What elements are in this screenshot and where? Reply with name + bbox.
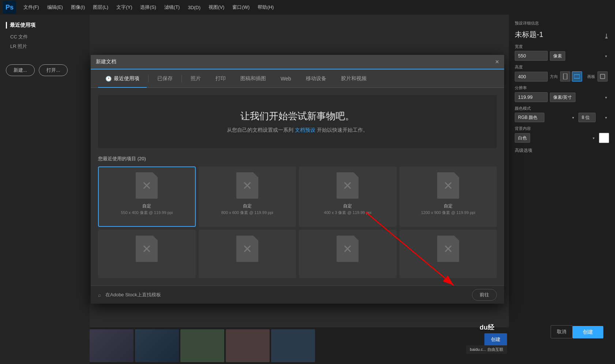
- tab-recent[interactable]: 🕐 最近使用项: [98, 70, 147, 88]
- doc-icon-6: [337, 236, 359, 262]
- tab-photo[interactable]: 照片: [183, 70, 208, 88]
- dialog-search: ⌕ 前往: [91, 285, 504, 304]
- recent-item-icon-2: [333, 171, 362, 200]
- recent-header: 您最近使用的项目 (20): [98, 155, 497, 162]
- workspace: 最近使用项 CC 文件 LR 照片 新建... 打开... 预设详细信息 未标题…: [0, 15, 615, 364]
- bit-depth-wrap: 8 位 16 位 32 位: [578, 113, 609, 122]
- menu-text[interactable]: 文字(Y): [113, 3, 136, 12]
- search-icon: ⌕: [98, 292, 101, 298]
- svg-rect-0: [563, 74, 567, 79]
- menu-edit[interactable]: 编辑(E): [44, 3, 67, 12]
- svg-rect-2: [600, 74, 605, 79]
- create-button[interactable]: 创建: [573, 326, 603, 338]
- recent-item-icon-6: [333, 234, 362, 263]
- canvas-checkbox[interactable]: [597, 71, 608, 82]
- unit-select-wrap: 像素 英寸 厘米: [550, 51, 609, 61]
- thumbnail-1: [135, 329, 179, 362]
- menu-help[interactable]: 帮助(H): [254, 3, 277, 12]
- sidebar-btn-new[interactable]: 新建...: [6, 64, 35, 76]
- unit-select[interactable]: 像素 英寸 厘米: [550, 51, 565, 61]
- recent-item-desc-2: 400 x 3 像素 @ 119.99 ppi: [324, 210, 371, 215]
- right-panel: 预设详细信息 未标题-1 ⤓ 宽度 像素 英寸 厘米 高度 方向: [509, 15, 615, 364]
- recent-item-desc-0: 550 x 400 像素 @ 119.99 ppi: [121, 210, 173, 215]
- menu-view[interactable]: 视图(V): [205, 3, 228, 12]
- recent-item-desc-3: 1200 x 900 像素 @ 119.99 ppi: [421, 210, 475, 215]
- sidebar-link-cc[interactable]: CC 文件: [6, 32, 84, 42]
- tab-recent-label: 最近使用项: [114, 75, 139, 82]
- bg-color-swatch[interactable]: [599, 133, 609, 143]
- svg-rect-1: [574, 75, 580, 78]
- welcome-banner: 让我们开始尝试新事物吧。 从您自己的文档设置或一系列 文档预设 开始以快速开始工…: [98, 95, 497, 148]
- recent-item-6[interactable]: [299, 230, 397, 278]
- doc-icon-2: [337, 172, 359, 199]
- recent-item-icon-3: [434, 171, 463, 200]
- width-row: 像素 英寸 厘米: [515, 51, 609, 61]
- tab-web-label: Web: [281, 76, 291, 82]
- sidebar-btn-open[interactable]: 打开...: [39, 64, 68, 76]
- tab-saved-label: 已保存: [157, 75, 173, 82]
- resolution-unit-select[interactable]: 像素/英寸 像素/厘米: [550, 93, 575, 102]
- menu-3d[interactable]: 3D(D): [184, 3, 204, 12]
- tab-print[interactable]: 打印: [208, 70, 233, 88]
- bit-depth-select[interactable]: 8 位 16 位 32 位: [578, 113, 596, 122]
- menu-select[interactable]: 选择(S): [136, 3, 160, 12]
- menu-image[interactable]: 图像(I): [67, 3, 89, 12]
- bg-select[interactable]: 白色 黑色 透明: [515, 133, 530, 143]
- tab-print-label: 打印: [215, 75, 226, 82]
- advanced-options[interactable]: 高级选项: [515, 147, 609, 154]
- tab-separator-1: [148, 75, 149, 82]
- color-mode-row: RGB 颜色 CMYK 颜色 灰度 8 位 16 位 32 位: [515, 113, 609, 122]
- subtitle-link[interactable]: 文档预设: [295, 127, 315, 133]
- dialog-close-button[interactable]: ×: [495, 59, 499, 65]
- recent-item-desc-1: 800 x 600 像素 @ 119.99 ppi: [221, 210, 273, 215]
- save-icon[interactable]: ⤓: [604, 32, 609, 40]
- doc-icon-1: [236, 172, 258, 199]
- orient-portrait[interactable]: [560, 71, 570, 82]
- recent-item-2[interactable]: 自定 400 x 3 像素 @ 119.99 ppi: [299, 166, 397, 227]
- tab-mobile-label: 移动设备: [306, 75, 326, 82]
- recent-item-1[interactable]: 自定 800 x 600 像素 @ 119.99 ppi: [199, 166, 296, 227]
- menu-file[interactable]: 文件(F): [20, 3, 43, 12]
- recent-item-name-1: 自定: [243, 203, 252, 209]
- orientation-btns: [560, 71, 582, 82]
- doc-icon-7: [437, 236, 459, 262]
- doc-icon-cross-3: [443, 180, 454, 191]
- color-mode-select[interactable]: RGB 颜色 CMYK 颜色 灰度: [515, 113, 544, 122]
- canvas-label: 画板: [587, 74, 595, 79]
- recent-item-icon-0: [132, 171, 161, 200]
- width-label: 宽度: [515, 44, 609, 49]
- tab-saved[interactable]: 已保存: [150, 70, 180, 88]
- doc-icon-cross-2: [342, 180, 353, 191]
- doc-icon-cross-0: [141, 180, 152, 191]
- orient-landscape[interactable]: [572, 71, 582, 82]
- height-input[interactable]: [515, 72, 548, 82]
- recent-item-0[interactable]: 自定 550 x 400 像素 @ 119.99 ppi: [98, 166, 196, 227]
- height-label: 高度: [515, 64, 609, 70]
- doc-icon-3: [437, 172, 459, 199]
- menu-window[interactable]: 窗口(W): [229, 3, 253, 12]
- width-input[interactable]: [515, 51, 548, 61]
- sidebar-section-title: 最近使用项: [6, 22, 84, 29]
- recent-header-text: 您最近使用的项目: [98, 156, 136, 161]
- menu-layer[interactable]: 图层(L): [89, 3, 112, 12]
- tab-film[interactable]: 胶片和视频: [334, 70, 374, 88]
- menu-filter[interactable]: 滤镜(T): [161, 3, 184, 12]
- document-title[interactable]: 未标题-1: [515, 30, 609, 40]
- search-input[interactable]: [105, 292, 468, 297]
- recent-item-4[interactable]: [98, 230, 196, 278]
- sidebar-link-lr[interactable]: LR 照片: [6, 42, 84, 51]
- search-go-button[interactable]: 前往: [472, 289, 497, 301]
- recent-item-7[interactable]: [400, 230, 497, 278]
- cancel-button[interactable]: 取消: [551, 325, 573, 338]
- ps-logo: Ps: [3, 1, 16, 14]
- recent-item-icon-1: [233, 171, 262, 200]
- recent-item-3[interactable]: 自定 1200 x 900 像素 @ 119.99 ppi: [400, 166, 497, 227]
- recent-item-5[interactable]: [199, 230, 296, 278]
- resolution-input[interactable]: [515, 92, 548, 102]
- tab-mobile[interactable]: 移动设备: [299, 70, 334, 88]
- clock-icon: 🕐: [105, 76, 112, 82]
- tab-illustration[interactable]: 图稿和插图: [233, 70, 273, 88]
- thumbnail-3: [226, 329, 270, 362]
- tab-web[interactable]: Web: [273, 70, 299, 88]
- panel-section-title: 预设详细信息: [515, 20, 609, 26]
